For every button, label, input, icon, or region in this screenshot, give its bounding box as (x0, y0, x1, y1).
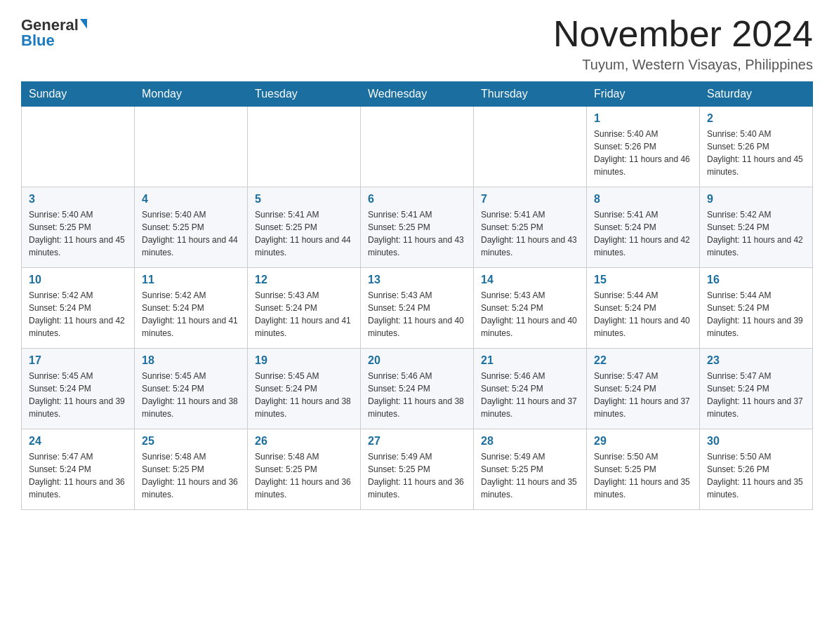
day-number: 10 (29, 274, 127, 286)
calendar-day-cell: 4Sunrise: 5:40 AMSunset: 5:25 PMDaylight… (135, 187, 248, 268)
day-number: 30 (707, 435, 805, 448)
location-subtitle: Tuyum, Western Visayas, Philippines (553, 57, 813, 73)
day-number: 7 (481, 193, 579, 206)
day-info: Sunrise: 5:49 AMSunset: 5:25 PMDaylight:… (481, 450, 579, 501)
calendar-day-cell: 13Sunrise: 5:43 AMSunset: 5:24 PMDayligh… (361, 268, 474, 349)
day-number: 22 (594, 354, 692, 367)
day-info: Sunrise: 5:44 AMSunset: 5:24 PMDaylight:… (594, 289, 692, 340)
day-info: Sunrise: 5:45 AMSunset: 5:24 PMDaylight:… (142, 370, 240, 420)
day-info: Sunrise: 5:42 AMSunset: 5:24 PMDaylight:… (707, 208, 805, 259)
calendar-day-cell: 18Sunrise: 5:45 AMSunset: 5:24 PMDayligh… (135, 349, 248, 429)
day-info: Sunrise: 5:45 AMSunset: 5:24 PMDaylight:… (255, 370, 353, 420)
calendar-day-cell: 10Sunrise: 5:42 AMSunset: 5:24 PMDayligh… (22, 268, 135, 349)
day-number: 12 (255, 274, 353, 286)
day-number: 6 (368, 193, 466, 206)
day-number: 2 (707, 112, 805, 125)
day-number: 8 (594, 193, 692, 206)
calendar-day-cell: 2Sunrise: 5:40 AMSunset: 5:26 PMDaylight… (700, 107, 813, 187)
month-title: November 2024 (553, 14, 813, 54)
day-number: 17 (29, 354, 127, 367)
day-info: Sunrise: 5:40 AMSunset: 5:26 PMDaylight:… (707, 128, 805, 178)
calendar-day-cell (248, 107, 361, 187)
calendar-day-cell: 12Sunrise: 5:43 AMSunset: 5:24 PMDayligh… (248, 268, 361, 349)
calendar-day-cell: 6Sunrise: 5:41 AMSunset: 5:25 PMDaylight… (361, 187, 474, 268)
day-info: Sunrise: 5:48 AMSunset: 5:25 PMDaylight:… (255, 450, 353, 501)
day-header-thursday: Thursday (474, 82, 587, 107)
calendar-day-cell: 11Sunrise: 5:42 AMSunset: 5:24 PMDayligh… (135, 268, 248, 349)
day-info: Sunrise: 5:40 AMSunset: 5:26 PMDaylight:… (594, 128, 692, 178)
day-number: 28 (481, 435, 579, 448)
day-info: Sunrise: 5:43 AMSunset: 5:24 PMDaylight:… (255, 289, 353, 340)
day-info: Sunrise: 5:47 AMSunset: 5:24 PMDaylight:… (707, 370, 805, 420)
day-number: 5 (255, 193, 353, 206)
day-info: Sunrise: 5:48 AMSunset: 5:25 PMDaylight:… (142, 450, 240, 501)
day-info: Sunrise: 5:40 AMSunset: 5:25 PMDaylight:… (142, 208, 240, 259)
calendar-day-cell: 26Sunrise: 5:48 AMSunset: 5:25 PMDayligh… (248, 429, 361, 510)
calendar-day-cell: 8Sunrise: 5:41 AMSunset: 5:24 PMDaylight… (587, 187, 700, 268)
day-header-monday: Monday (135, 82, 248, 107)
day-number: 1 (594, 112, 692, 125)
day-header-saturday: Saturday (700, 82, 813, 107)
day-number: 11 (142, 274, 240, 286)
calendar-day-cell: 27Sunrise: 5:49 AMSunset: 5:25 PMDayligh… (361, 429, 474, 510)
calendar-day-cell: 3Sunrise: 5:40 AMSunset: 5:25 PMDaylight… (22, 187, 135, 268)
day-number: 9 (707, 193, 805, 206)
calendar-day-cell: 17Sunrise: 5:45 AMSunset: 5:24 PMDayligh… (22, 349, 135, 429)
calendar-day-cell (361, 107, 474, 187)
page-header: General Blue November 2024 Tuyum, Wester… (21, 14, 813, 73)
day-number: 18 (142, 354, 240, 367)
day-header-sunday: Sunday (22, 82, 135, 107)
day-info: Sunrise: 5:47 AMSunset: 5:24 PMDaylight:… (594, 370, 692, 420)
calendar-day-cell: 23Sunrise: 5:47 AMSunset: 5:24 PMDayligh… (700, 349, 813, 429)
day-info: Sunrise: 5:41 AMSunset: 5:25 PMDaylight:… (481, 208, 579, 259)
day-header-tuesday: Tuesday (248, 82, 361, 107)
logo-general-text: General (21, 18, 79, 33)
calendar-day-cell (22, 107, 135, 187)
calendar-week-row: 1Sunrise: 5:40 AMSunset: 5:26 PMDaylight… (22, 107, 813, 187)
day-info: Sunrise: 5:41 AMSunset: 5:25 PMDaylight:… (368, 208, 466, 259)
calendar-day-cell: 1Sunrise: 5:40 AMSunset: 5:26 PMDaylight… (587, 107, 700, 187)
calendar-week-row: 17Sunrise: 5:45 AMSunset: 5:24 PMDayligh… (22, 349, 813, 429)
day-info: Sunrise: 5:49 AMSunset: 5:25 PMDaylight:… (368, 450, 466, 501)
day-info: Sunrise: 5:42 AMSunset: 5:24 PMDaylight:… (142, 289, 240, 340)
day-info: Sunrise: 5:41 AMSunset: 5:25 PMDaylight:… (255, 208, 353, 259)
day-number: 19 (255, 354, 353, 367)
calendar-day-cell: 25Sunrise: 5:48 AMSunset: 5:25 PMDayligh… (135, 429, 248, 510)
calendar-day-cell: 5Sunrise: 5:41 AMSunset: 5:25 PMDaylight… (248, 187, 361, 268)
day-number: 27 (368, 435, 466, 448)
calendar-day-cell: 24Sunrise: 5:47 AMSunset: 5:24 PMDayligh… (22, 429, 135, 510)
day-number: 25 (142, 435, 240, 448)
day-info: Sunrise: 5:50 AMSunset: 5:26 PMDaylight:… (707, 450, 805, 501)
day-number: 24 (29, 435, 127, 448)
calendar-header-row: SundayMondayTuesdayWednesdayThursdayFrid… (22, 82, 813, 107)
calendar-day-cell: 9Sunrise: 5:42 AMSunset: 5:24 PMDaylight… (700, 187, 813, 268)
calendar-day-cell: 21Sunrise: 5:46 AMSunset: 5:24 PMDayligh… (474, 349, 587, 429)
day-info: Sunrise: 5:40 AMSunset: 5:25 PMDaylight:… (29, 208, 127, 259)
calendar-day-cell: 7Sunrise: 5:41 AMSunset: 5:25 PMDaylight… (474, 187, 587, 268)
day-info: Sunrise: 5:46 AMSunset: 5:24 PMDaylight:… (368, 370, 466, 420)
calendar-day-cell: 28Sunrise: 5:49 AMSunset: 5:25 PMDayligh… (474, 429, 587, 510)
calendar-table: SundayMondayTuesdayWednesdayThursdayFrid… (21, 81, 813, 510)
day-info: Sunrise: 5:41 AMSunset: 5:24 PMDaylight:… (594, 208, 692, 259)
logo-blue-text: Blue (21, 33, 55, 48)
calendar-day-cell: 22Sunrise: 5:47 AMSunset: 5:24 PMDayligh… (587, 349, 700, 429)
day-number: 16 (707, 274, 805, 286)
day-header-wednesday: Wednesday (361, 82, 474, 107)
day-number: 26 (255, 435, 353, 448)
title-block: November 2024 Tuyum, Western Visayas, Ph… (553, 14, 813, 73)
calendar-day-cell: 29Sunrise: 5:50 AMSunset: 5:25 PMDayligh… (587, 429, 700, 510)
day-number: 4 (142, 193, 240, 206)
day-info: Sunrise: 5:46 AMSunset: 5:24 PMDaylight:… (481, 370, 579, 420)
calendar-day-cell: 20Sunrise: 5:46 AMSunset: 5:24 PMDayligh… (361, 349, 474, 429)
logo: General Blue (21, 14, 87, 48)
calendar-week-row: 10Sunrise: 5:42 AMSunset: 5:24 PMDayligh… (22, 268, 813, 349)
day-number: 13 (368, 274, 466, 286)
day-info: Sunrise: 5:42 AMSunset: 5:24 PMDaylight:… (29, 289, 127, 340)
calendar-day-cell (135, 107, 248, 187)
calendar-week-row: 24Sunrise: 5:47 AMSunset: 5:24 PMDayligh… (22, 429, 813, 510)
calendar-week-row: 3Sunrise: 5:40 AMSunset: 5:25 PMDaylight… (22, 187, 813, 268)
day-info: Sunrise: 5:43 AMSunset: 5:24 PMDaylight:… (481, 289, 579, 340)
day-number: 29 (594, 435, 692, 448)
day-number: 20 (368, 354, 466, 367)
day-number: 14 (481, 274, 579, 286)
